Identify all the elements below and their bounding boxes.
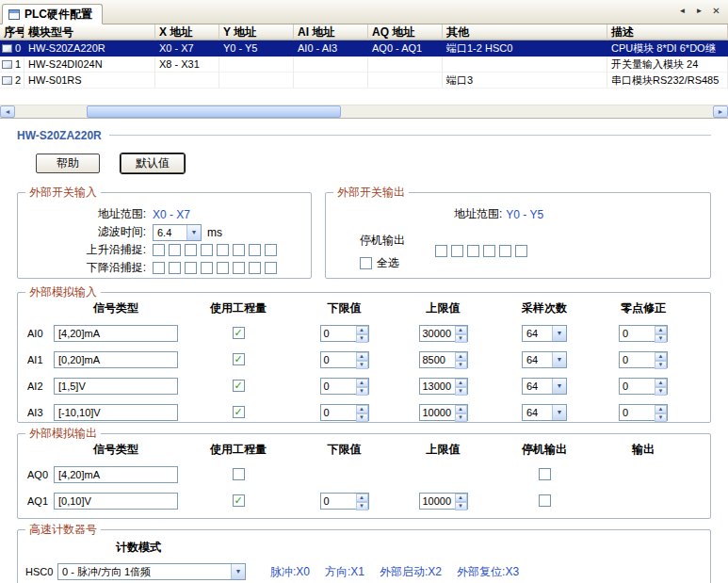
checkbox[interactable] — [169, 262, 181, 274]
checkbox[interactable] — [483, 245, 495, 257]
signal-type-input[interactable] — [54, 493, 178, 510]
signal-type-input[interactable] — [54, 404, 178, 421]
spin-down-icon[interactable]: ▼ — [356, 502, 368, 510]
spin-down-icon[interactable]: ▼ — [455, 502, 467, 510]
filter-time-dropdown[interactable]: 6.4▼ — [153, 224, 202, 241]
spin-down-icon[interactable]: ▼ — [655, 413, 667, 422]
default-values-button[interactable]: 默认值 — [121, 154, 185, 173]
use-engineering-checkbox[interactable]: ✓ — [233, 327, 245, 339]
checkbox[interactable] — [217, 244, 229, 256]
stop-output-checkbox[interactable] — [539, 468, 551, 480]
use-engineering-checkbox[interactable]: ✓ — [233, 406, 245, 418]
checkbox[interactable] — [233, 262, 245, 274]
lower-limit-spinner[interactable]: 0▲▼ — [320, 325, 369, 342]
checkbox[interactable] — [153, 262, 165, 274]
spin-down-icon[interactable]: ▼ — [655, 334, 667, 343]
scroll-right-icon[interactable]: ► — [713, 105, 728, 118]
dropdown-arrow-icon[interactable]: ▼ — [186, 225, 201, 240]
upper-limit-spinner[interactable]: 13000▲▼ — [419, 378, 468, 395]
table-row[interactable]: 2 HW-S01RS 端口3 串口模块RS232/RS485 — [0, 73, 728, 89]
spin-up-icon[interactable]: ▲ — [356, 494, 368, 502]
spin-up-icon[interactable]: ▲ — [356, 405, 368, 413]
column-header-x-address[interactable]: X 地址 — [155, 24, 219, 40]
spin-up-icon[interactable]: ▲ — [356, 379, 368, 387]
scroll-left-icon[interactable]: ◄ — [0, 105, 15, 118]
upper-limit-spinner[interactable]: 30000▲▼ — [419, 325, 468, 342]
use-engineering-checkbox[interactable]: ✓ — [233, 494, 245, 507]
sample-count-dropdown[interactable]: 64▼ — [522, 325, 567, 342]
upper-limit-spinner[interactable]: 10000▲▼ — [419, 493, 468, 510]
spin-down-icon[interactable]: ▼ — [655, 387, 667, 396]
spin-up-icon[interactable]: ▲ — [655, 352, 667, 361]
spin-up-icon[interactable]: ▲ — [356, 326, 368, 334]
spin-up-icon[interactable]: ▲ — [455, 379, 467, 387]
spin-down-icon[interactable]: ▼ — [356, 413, 368, 422]
spin-up-icon[interactable]: ▲ — [455, 352, 467, 361]
spin-down-icon[interactable]: ▼ — [455, 334, 467, 343]
use-engineering-checkbox[interactable] — [233, 468, 245, 480]
signal-type-input[interactable] — [54, 351, 178, 368]
table-row[interactable]: 1 HW-S24DI024N X8 - X31 开关量输入模块 24 — [0, 57, 728, 73]
checkbox[interactable] — [265, 262, 277, 274]
lower-limit-spinner[interactable]: 0▲▼ — [320, 351, 369, 368]
spin-up-icon[interactable]: ▲ — [455, 494, 467, 502]
column-header-y-address[interactable]: Y 地址 — [219, 24, 294, 40]
spin-down-icon[interactable]: ▼ — [356, 334, 368, 343]
checkbox[interactable] — [451, 245, 463, 257]
checkbox[interactable] — [185, 262, 197, 274]
checkbox[interactable] — [515, 245, 527, 257]
select-all-checkbox[interactable] — [360, 257, 372, 269]
zero-correction-spinner[interactable]: 0▲▼ — [619, 378, 668, 395]
checkbox[interactable] — [233, 244, 245, 256]
stop-output-checkbox[interactable] — [539, 494, 551, 507]
sample-count-dropdown[interactable]: 64▼ — [522, 404, 567, 421]
spin-down-icon[interactable]: ▼ — [356, 361, 368, 369]
zero-correction-spinner[interactable]: 0▲▼ — [619, 325, 668, 342]
spin-up-icon[interactable]: ▲ — [655, 326, 667, 334]
zero-correction-spinner[interactable]: 0▲▼ — [619, 404, 668, 421]
checkbox[interactable] — [217, 262, 229, 274]
horizontal-scrollbar[interactable]: ◄ ► — [0, 105, 728, 118]
count-mode-dropdown[interactable]: 0 - 脉冲/方向 1倍频▼ — [57, 563, 246, 580]
checkbox[interactable] — [249, 262, 261, 274]
lower-limit-spinner[interactable]: 0▲▼ — [320, 404, 369, 421]
column-header-ai-address[interactable]: AI 地址 — [294, 24, 368, 40]
tab-scroll-left-icon[interactable]: ◄ — [675, 5, 689, 17]
checkbox[interactable] — [265, 244, 277, 256]
zero-correction-spinner[interactable]: 0▲▼ — [619, 351, 668, 368]
lower-limit-spinner[interactable]: 0▲▼ — [320, 378, 369, 395]
upper-limit-spinner[interactable]: 10000▲▼ — [419, 404, 468, 421]
use-engineering-checkbox[interactable]: ✓ — [233, 380, 245, 392]
help-button[interactable]: 帮助 — [36, 154, 100, 173]
tab-scroll-right-icon[interactable]: ► — [692, 5, 706, 17]
spin-down-icon[interactable]: ▼ — [356, 387, 368, 396]
column-header-index[interactable]: 序号 — [0, 24, 24, 40]
close-tab-icon[interactable]: ✕ — [709, 5, 723, 17]
checkbox[interactable] — [169, 244, 181, 256]
column-header-model[interactable]: 模块型号 — [24, 24, 155, 40]
lower-limit-spinner[interactable]: 0▲▼ — [320, 493, 369, 510]
spin-up-icon[interactable]: ▲ — [655, 405, 667, 413]
table-row[interactable]: 0 HW-S20ZA220R X0 - X7 Y0 - Y5 AI0 - AI3… — [0, 40, 728, 57]
sample-count-dropdown[interactable]: 64▼ — [522, 351, 567, 368]
spin-down-icon[interactable]: ▼ — [655, 361, 667, 369]
spin-down-icon[interactable]: ▼ — [455, 361, 467, 369]
column-header-description[interactable]: 描述 — [607, 24, 728, 40]
dropdown-arrow-icon[interactable]: ▼ — [552, 379, 566, 394]
dropdown-arrow-icon[interactable]: ▼ — [231, 564, 245, 579]
column-header-aq-address[interactable]: AQ 地址 — [368, 24, 443, 40]
spin-up-icon[interactable]: ▲ — [455, 326, 467, 334]
spin-down-icon[interactable]: ▼ — [455, 387, 467, 396]
spin-up-icon[interactable]: ▲ — [655, 379, 667, 387]
scrollbar-thumb[interactable] — [87, 105, 341, 118]
checkbox[interactable] — [153, 244, 165, 256]
upper-limit-spinner[interactable]: 8500▲▼ — [419, 351, 468, 368]
checkbox[interactable] — [185, 244, 197, 256]
dropdown-arrow-icon[interactable]: ▼ — [552, 405, 566, 420]
checkbox[interactable] — [201, 262, 213, 274]
spin-up-icon[interactable]: ▲ — [455, 405, 467, 413]
column-header-other[interactable]: 其他 — [443, 24, 607, 40]
checkbox[interactable] — [201, 244, 213, 256]
checkbox[interactable] — [499, 245, 511, 257]
sample-count-dropdown[interactable]: 64▼ — [522, 378, 567, 395]
